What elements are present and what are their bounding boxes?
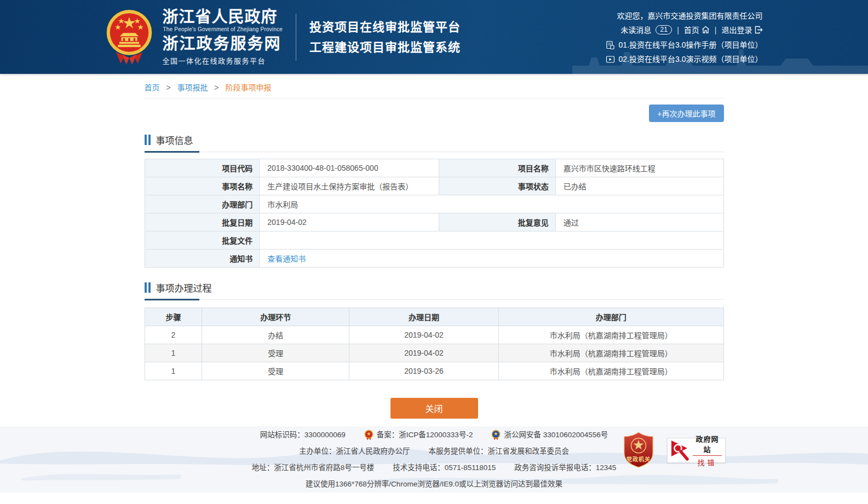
dept-cell: 市水利局（杭嘉湖南排工程管理局） (498, 362, 723, 380)
breadcrumb-separator: > (214, 83, 219, 92)
home-icon (702, 26, 710, 34)
video-link[interactable]: 02.投资在线平台3.0演示视频（项目单位） (606, 55, 763, 64)
party-gov-badge[interactable]: 党政机关 (623, 432, 654, 470)
dept-cell: 市水利局（杭嘉湖南排工程管理局） (498, 326, 723, 344)
svg-text:党政机关: 党政机关 (626, 456, 651, 462)
section-marker-icon (145, 282, 151, 293)
step-cell: 1 (145, 344, 202, 362)
platform-title-line1: 投资项目在线审批监管平台 (309, 17, 461, 37)
section-marker-icon (145, 135, 151, 145)
footer-line-2: 主办单位：浙江省人民政府办公厅 本服务提供单位：浙江省发展和改革委员会 (0, 445, 868, 457)
site-code: 网站标识码：3300000069 (260, 429, 346, 441)
info-table: 项目代码 2018-330400-48-01-058065-000 项目名称 嘉… (145, 159, 724, 268)
video-link-label: 02.投资在线平台3.0演示视频（项目单位） (619, 55, 763, 63)
table-row: 事项名称 生产建设项目水土保持方案审批（报告表） 事项状态 已办结 (145, 177, 723, 195)
date-cell: 2019-03-26 (349, 362, 499, 380)
notice-label: 通知书 (145, 250, 260, 268)
table-row: 办理部门 市水利局 (145, 195, 723, 213)
home-link-label: 首页 (684, 25, 699, 36)
page: 浙江省人民政府 The People's Government of Zheji… (0, 0, 868, 504)
logout-link[interactable]: 退出登录 (722, 25, 763, 36)
process-table: 步骤 办理环节 办理日期 办理部门 2 办结 2019-04-02 市水利局（杭… (145, 308, 724, 380)
unread-messages-label: 未读消息 (620, 25, 651, 36)
dept-cell: 市水利局（杭嘉湖南排工程管理局） (498, 344, 723, 362)
redo-item-button[interactable]: +再次办理此事项 (649, 105, 723, 122)
dept-label: 办理部门 (145, 195, 260, 213)
column-header-dept: 办理部门 (498, 308, 723, 326)
service-provider: 本服务提供单位：浙江省发展和改革委员会 (429, 445, 570, 457)
table-row: 项目代码 2018-330400-48-01-058065-000 项目名称 嘉… (145, 159, 723, 177)
approval-date-label: 批复日期 (145, 213, 260, 231)
emblem-icon (491, 430, 501, 440)
separator: | (714, 25, 718, 36)
date-cell: 2019-04-02 (349, 344, 499, 362)
approval-file-label: 批复文件 (145, 231, 260, 250)
table-row: 批复日期 2019-04-02 批复意见 通过 (145, 213, 723, 231)
site-footer: 网站标识码：3300000069 备案：浙ICP备12000333号-2 浙公网… (0, 426, 868, 493)
table-row: 1 受理 2019-04-02 市水利局（杭嘉湖南排工程管理局） (145, 344, 723, 362)
website-error-report-badge[interactable]: 政府网站 找错 (667, 438, 726, 463)
table-row: 1 受理 2019-03-26 市水利局（杭嘉湖南排工程管理局） (145, 362, 723, 380)
footer-line-4: 建议使用1366*768分辨率/Chrome浏览器/IE9.0或以上浏览器访问达… (0, 478, 868, 490)
icp-record-text: 备案：浙ICP备12000333号-2 (377, 429, 473, 441)
dept-value: 市水利局 (260, 195, 723, 213)
info-section-title: 事项信息 (156, 133, 193, 147)
security-record[interactable]: 浙公网安备 33010602004556号 (491, 429, 608, 441)
stage-cell: 受理 (202, 362, 349, 380)
unread-messages-link[interactable]: 未读消息 21 (620, 25, 672, 36)
browser-tip: 建议使用1366*768分辨率/Chrome浏览器/IE9.0或以上浏览器访问达… (306, 478, 562, 490)
logout-icon (755, 26, 763, 34)
separator: | (676, 25, 680, 36)
header-divider (296, 14, 296, 61)
manual-link-label: 01.投资在线平台3.0操作手册（项目单位） (619, 40, 763, 49)
manual-link[interactable]: 01.投资在线平台3.0操作手册（项目单位） (606, 40, 763, 50)
video-play-icon (606, 55, 615, 64)
complaint-phone: 政务咨询投诉举报电话：12345 (514, 462, 616, 473)
gov-title: 浙江省人民政府 (163, 9, 283, 25)
info-section-header: 事项信息 (145, 133, 724, 152)
emblem-icon (364, 430, 373, 440)
badge-find-line1: 政府网站 (693, 433, 722, 456)
footer-line-1: 网站标识码：3300000069 备案：浙ICP备12000333号-2 浙公网… (0, 426, 868, 441)
main-content: 首页 > 事项报批 > 阶段事项申报 +再次办理此事项 事项信息 项目代码 20… (0, 74, 868, 426)
icp-record[interactable]: 备案：浙ICP备12000333号-2 (364, 429, 473, 441)
project-code-label: 项目代码 (145, 159, 260, 177)
gov-title-en: The People's Government of Zhejiang Prov… (163, 26, 283, 32)
close-button[interactable]: 关闭 (390, 398, 478, 419)
column-header-stage: 办理环节 (202, 308, 349, 326)
breadcrumb-home[interactable]: 首页 (145, 83, 160, 92)
platform-title-block: 投资项目在线审批监管平台 工程建设项目审批监管系统 (309, 17, 461, 57)
date-cell: 2019-04-02 (349, 326, 499, 344)
address: 地址：浙江省杭州市省府路8号一号楼 (252, 462, 375, 473)
breadcrumb-current: 阶段事项申报 (225, 83, 271, 92)
process-section-title: 事项办理过程 (156, 281, 212, 294)
approval-opinion-label: 批复意见 (439, 213, 556, 231)
item-status-label: 事项状态 (439, 177, 556, 195)
home-link[interactable]: 首页 (684, 25, 710, 36)
table-row: 2 办结 2019-04-02 市水利局（杭嘉湖南排工程管理局） (145, 326, 723, 344)
project-name-label: 项目名称 (439, 159, 556, 177)
stage-cell: 办结 (202, 326, 349, 344)
step-cell: 1 (145, 362, 202, 380)
platform-title-line2: 工程建设项目审批监管系统 (309, 37, 461, 57)
item-name-value: 生产建设项目水土保持方案审批（报告表） (260, 177, 439, 195)
breadcrumb-separator: > (166, 83, 170, 92)
stage-cell: 受理 (202, 344, 349, 362)
document-icon (606, 40, 615, 50)
step-cell: 2 (145, 326, 202, 344)
organizer: 主办单位：浙江省人民政府办公厅 (299, 445, 410, 457)
process-section-header: 事项办理过程 (145, 281, 724, 300)
project-name-value: 嘉兴市市区快速路环线工程 (555, 159, 723, 177)
table-header-row: 步骤 办理环节 办理日期 办理部门 (145, 308, 723, 326)
tech-phone: 技术支持电话：0571-85118015 (393, 462, 496, 473)
approval-file-value (260, 231, 723, 250)
column-header-date: 办理日期 (349, 308, 499, 326)
project-code-value: 2018-330400-48-01-058065-000 (260, 159, 439, 177)
breadcrumb: 首页 > 事项报批 > 阶段事项申报 (145, 74, 724, 99)
unread-count-badge[interactable]: 21 (656, 25, 672, 34)
view-notice-link[interactable]: 查看通知书 (267, 254, 306, 263)
item-name-label: 事项名称 (145, 177, 260, 195)
badge-find-line2: 找错 (693, 456, 722, 467)
gov-title-block: 浙江省人民政府 The People's Government of Zheji… (163, 9, 283, 66)
breadcrumb-item-approval[interactable]: 事项报批 (177, 83, 208, 92)
